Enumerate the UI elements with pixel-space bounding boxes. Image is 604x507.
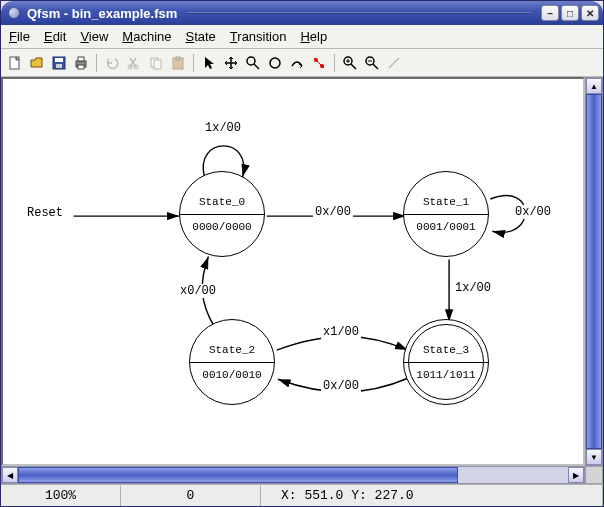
new-state-icon [267,55,283,71]
line-tool-icon [386,55,402,71]
svg-rect-2 [55,58,63,62]
new-file-button[interactable] [5,53,25,73]
pan-icon [223,55,239,71]
toolbar-separator [334,54,335,72]
save-button[interactable] [49,53,69,73]
titlebar[interactable]: Qfsm - bin_example.fsm – □ ✕ [1,1,603,25]
window-title: Qfsm - bin_example.fsm [27,6,177,21]
state-node-2[interactable]: State_2 0010/0010 [189,319,275,405]
cut-button [124,53,144,73]
status-zoom: 100% [1,485,121,506]
svg-rect-3 [56,64,62,68]
svg-rect-10 [154,60,161,69]
scroll-up-icon[interactable]: ▲ [586,78,602,94]
toolbar-separator [96,54,97,72]
state-code: 1011/1011 [416,363,475,389]
pan-tool-button[interactable] [221,53,241,73]
open-file-icon [29,55,45,71]
print-icon [73,55,89,71]
scroll-corner [585,466,603,484]
transition-label[interactable]: 1x/00 [203,121,243,135]
pointer-icon [201,55,217,71]
undo-button [102,53,122,73]
scroll-track[interactable] [18,467,568,483]
minimize-button[interactable]: – [541,5,559,21]
svg-rect-5 [78,57,84,61]
app-window: Qfsm - bin_example.fsm – □ ✕ File Edit V… [0,0,604,507]
state-code: 0010/0010 [202,363,261,389]
state-name: State_0 [199,188,245,214]
menu-view[interactable]: View [78,27,110,46]
new-file-icon [7,55,23,71]
app-icon [9,8,19,18]
simulate-button[interactable] [309,53,329,73]
scroll-thumb[interactable] [18,467,458,483]
svg-point-14 [270,58,280,68]
magnifier-icon [245,55,261,71]
state-node-1[interactable]: State_1 0001/0001 [403,171,489,257]
state-name: State_2 [209,336,255,362]
copy-button [146,53,166,73]
titlebar-decor [187,12,531,14]
close-button[interactable]: ✕ [581,5,599,21]
new-transition-button[interactable] [287,53,307,73]
scroll-thumb[interactable] [586,94,602,449]
line-tool-button [384,53,404,73]
state-code: 0001/0001 [416,215,475,241]
new-state-button[interactable] [265,53,285,73]
zoom-out-button[interactable] [362,53,382,73]
horizontal-scrollbar[interactable]: ◀ ▶ [1,466,585,484]
svg-point-13 [247,57,255,65]
open-file-button[interactable] [27,53,47,73]
scroll-down-icon[interactable]: ▼ [586,449,602,465]
diagram-edges [3,79,583,464]
undo-icon [104,55,120,71]
menu-state[interactable]: State [183,27,217,46]
menu-edit[interactable]: Edit [42,27,68,46]
transition-label[interactable]: x1/00 [321,325,361,339]
scroll-right-icon[interactable]: ▶ [568,467,584,483]
save-icon [51,55,67,71]
status-selection: 0 [121,485,261,506]
new-transition-icon [289,55,305,71]
reset-label: Reset [25,206,65,220]
transition-label[interactable]: 0x/00 [513,205,553,219]
maximize-button[interactable]: □ [561,5,579,21]
transition-label[interactable]: 1x/00 [453,281,493,295]
zoom-tool-button[interactable] [243,53,263,73]
svg-rect-12 [176,57,180,60]
paste-icon [170,55,186,71]
select-tool-button[interactable] [199,53,219,73]
print-button[interactable] [71,53,91,73]
menu-help[interactable]: Help [298,27,329,46]
transition-label[interactable]: 0x/00 [321,379,361,393]
transition-label[interactable]: 0x/00 [313,205,353,219]
scroll-left-icon[interactable]: ◀ [2,467,18,483]
workarea: Reset State_0 0000/0000 State_1 0001/000… [1,77,603,484]
svg-rect-6 [78,65,84,69]
copy-icon [148,55,164,71]
zoom-in-icon [342,55,358,71]
menu-machine[interactable]: Machine [120,27,173,46]
state-node-3[interactable]: State_3 1011/1011 [403,319,489,405]
cut-icon [126,55,142,71]
diagram-canvas[interactable]: Reset State_0 0000/0000 State_1 0001/000… [1,77,585,466]
paste-button [168,53,188,73]
menu-transition[interactable]: Transition [228,27,289,46]
menu-file[interactable]: File [7,27,32,46]
vertical-scrollbar[interactable]: ▲ ▼ [585,77,603,466]
simulate-icon [311,55,327,71]
toolbar [1,49,603,77]
statusbar: 100% 0 X: 551.0 Y: 227.0 [1,484,603,506]
zoom-in-button[interactable] [340,53,360,73]
zoom-out-icon [364,55,380,71]
window-controls: – □ ✕ [541,5,599,21]
menubar: File Edit View Machine State Transition … [1,25,603,49]
status-coords: X: 551.0 Y: 227.0 [261,485,603,506]
state-divider [404,362,488,363]
state-name: State_3 [423,336,469,362]
transition-label[interactable]: x0/00 [178,284,218,298]
state-name: State_1 [423,188,469,214]
toolbar-separator [193,54,194,72]
state-node-0[interactable]: State_0 0000/0000 [179,171,265,257]
